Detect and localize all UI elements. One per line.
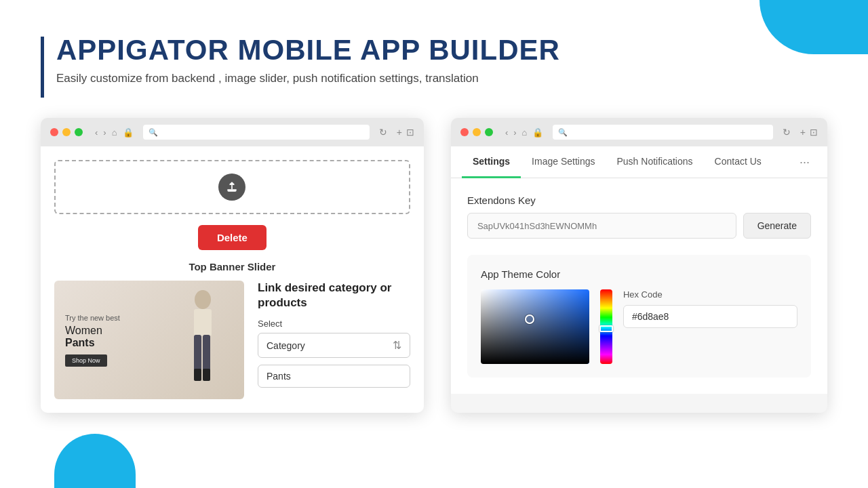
right-browser-lock-icon: 🔒 <box>532 127 543 138</box>
upload-area[interactable] <box>54 160 410 214</box>
tab-image-settings[interactable]: Image Settings <box>521 146 606 178</box>
color-gradient-picker[interactable] <box>481 289 589 364</box>
browser-dot-green[interactable] <box>75 128 83 136</box>
hex-section: Hex Code <box>623 289 797 328</box>
browser-address-bar[interactable]: 🔍 <box>143 125 370 140</box>
browser-forward-icon[interactable]: › <box>103 127 106 138</box>
header-text: APPIGATOR MOBILE APP BUILDER Easily cust… <box>56 34 560 85</box>
right-browser-actions: + ⊡ <box>795 127 818 138</box>
left-browser-titlebar: ‹ › ⌂ 🔒 🔍 ↻ + ⊡ <box>41 118 424 146</box>
tabs-bar: Settings Image Settings Push Notificatio… <box>451 146 827 178</box>
right-search-icon: 🔍 <box>558 128 568 137</box>
tab-contact-us[interactable]: Contact Us <box>704 146 772 178</box>
app-theme-color-label: App Theme Color <box>481 268 797 280</box>
browser-lock-icon: 🔒 <box>123 127 134 138</box>
color-picker-row: Hex Code <box>481 289 797 364</box>
browser-dot-red[interactable] <box>50 128 58 136</box>
browser-menu-icon[interactable]: ⊡ <box>406 127 414 138</box>
right-browser-titlebar: ‹ › ⌂ 🔒 🔍 ↻ + ⊡ <box>451 118 827 146</box>
banner-section-label: Top Banner Slider <box>54 261 410 272</box>
search-icon: 🔍 <box>149 128 158 137</box>
page-title: APPIGATOR MOBILE APP BUILDER <box>56 34 560 66</box>
settings-body: Extendons Key Generate App Theme Color <box>451 178 827 394</box>
banner-try-text: Try the new best <box>65 314 179 322</box>
right-browser-back-icon[interactable]: ‹ <box>505 127 508 138</box>
browser-home-icon[interactable]: ⌂ <box>112 127 117 138</box>
app-theme-color-section: App Theme Color <box>467 255 811 378</box>
banner-content: Try the new best Women Pants Shop Now <box>54 281 410 399</box>
browser-controls: ‹ › ⌂ 🔒 <box>95 127 134 138</box>
link-category-title: Link desired category or products <box>258 281 410 310</box>
browser-actions: + ⊡ <box>391 127 414 138</box>
right-browser-add-tab-icon[interactable]: + <box>800 127 806 138</box>
tab-more-icon[interactable]: ··· <box>793 148 816 176</box>
link-category-area: Link desired category or products Select… <box>258 281 410 388</box>
banner-image: Try the new best Women Pants Shop Now <box>54 281 244 399</box>
banner-women-text: Women <box>65 325 102 336</box>
banner-pants-text: Pants <box>65 337 95 348</box>
hue-cursor <box>599 325 613 332</box>
banner-main-text: Women Pants <box>65 325 179 349</box>
right-browser-window: ‹ › ⌂ 🔒 🔍 ↻ + ⊡ Settings Image Setting <box>451 118 827 413</box>
right-browser-dot-yellow[interactable] <box>473 128 481 136</box>
right-browser-menu-icon[interactable]: ⊡ <box>810 127 818 138</box>
svg-rect-4 <box>203 335 210 372</box>
hue-slider[interactable] <box>600 289 612 364</box>
right-browser-forward-icon[interactable]: › <box>513 127 516 138</box>
decorative-blob-bottom <box>54 434 136 488</box>
svg-rect-3 <box>194 335 201 372</box>
select-label: Select <box>258 319 410 329</box>
left-browser-window: ‹ › ⌂ 🔒 🔍 ↻ + ⊡ <box>41 118 424 413</box>
right-browser-reload-icon[interactable]: ↻ <box>783 127 791 138</box>
right-browser-address-bar[interactable]: 🔍 <box>553 125 772 140</box>
extensions-key-label: Extendons Key <box>467 195 811 206</box>
right-browser-dot-red[interactable] <box>460 128 469 136</box>
banner-text-area: Try the new best Women Pants Shop Now <box>65 314 179 367</box>
dropdown-arrow-icon: ⇅ <box>393 339 401 352</box>
extensions-key-input-row: Generate <box>467 213 811 239</box>
svg-rect-5 <box>194 369 201 381</box>
color-cursor <box>525 314 534 324</box>
right-browser-dot-green[interactable] <box>485 128 493 136</box>
banner-shop-button[interactable]: Shop Now <box>65 354 107 367</box>
main-content: ‹ › ⌂ 🔒 🔍 ↻ + ⊡ <box>0 111 868 413</box>
page-subtitle: Easily customize from backend , image sl… <box>56 72 560 85</box>
right-browser-home-icon[interactable]: ⌂ <box>522 127 528 138</box>
extensions-key-input[interactable] <box>467 213 736 239</box>
hex-label: Hex Code <box>623 289 797 300</box>
banner-person-figure <box>179 287 233 392</box>
hex-input[interactable] <box>623 305 797 328</box>
page-header: APPIGATOR MOBILE APP BUILDER Easily cust… <box>0 0 868 111</box>
extensions-key-group: Extendons Key Generate <box>467 195 811 239</box>
category-dropdown[interactable]: Category ⇅ <box>258 333 410 358</box>
browser-back-icon[interactable]: ‹ <box>95 127 98 138</box>
tab-settings[interactable]: Settings <box>462 146 521 178</box>
upload-icon <box>218 174 245 201</box>
pants-field[interactable]: Pants <box>258 365 410 388</box>
header-accent-bar <box>41 37 44 98</box>
svg-point-1 <box>195 290 211 309</box>
tab-push-notifications[interactable]: Push Notifications <box>606 146 704 178</box>
category-selected-value: Category <box>267 340 305 351</box>
svg-rect-6 <box>203 369 210 381</box>
gradient-dark <box>481 289 589 364</box>
browser-reload-icon[interactable]: ↻ <box>379 127 387 138</box>
browser-dot-yellow[interactable] <box>62 128 71 136</box>
browser-add-tab-icon[interactable]: + <box>397 127 402 138</box>
right-browser-controls: ‹ › ⌂ 🔒 <box>505 127 544 138</box>
generate-button[interactable]: Generate <box>743 213 811 239</box>
left-browser-body: Delete Top Banner Slider Try the new bes… <box>41 146 424 413</box>
right-browser-body: Settings Image Settings Push Notificatio… <box>451 146 827 394</box>
svg-rect-2 <box>194 309 212 336</box>
delete-button[interactable]: Delete <box>198 225 267 250</box>
